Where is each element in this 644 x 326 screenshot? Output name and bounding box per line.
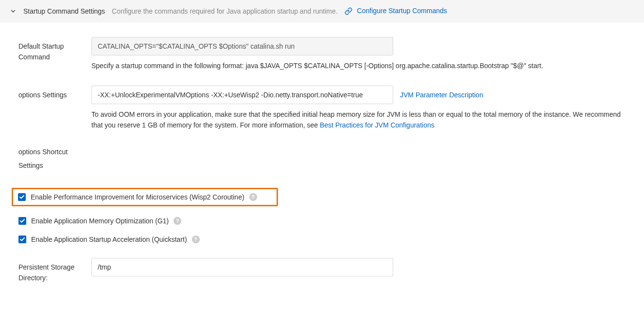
options-settings-label: options Settings xyxy=(18,86,91,100)
options-shortcut-row: options Shortcut Settings xyxy=(18,145,626,172)
quickstart-checkbox[interactable] xyxy=(18,235,26,243)
quickstart-checkbox-label[interactable]: Enable Application Startup Acceleration … xyxy=(31,235,187,243)
form-content: Default Startup Command Specify a startu… xyxy=(0,22,644,298)
persistent-storage-label: Persistent Storage Directory: xyxy=(18,258,91,283)
section-subtitle: Configure the commands required for Java… xyxy=(112,7,338,15)
help-icon[interactable]: ? xyxy=(249,193,257,201)
wisp2-highlight-box: Enable Performance Improvement for Micro… xyxy=(12,188,278,206)
help-icon[interactable]: ? xyxy=(192,235,200,243)
options-settings-hint: To avoid OOM errors in your application,… xyxy=(91,109,621,130)
g1-row: Enable Application Memory Optimization (… xyxy=(18,217,626,225)
options-shortcut-label: options Shortcut Settings xyxy=(18,145,91,172)
wisp2-checkbox[interactable] xyxy=(18,193,26,201)
options-settings-row: options Settings JVM Parameter Descripti… xyxy=(18,86,626,130)
link-icon xyxy=(345,7,352,15)
section-title: Startup Command Settings xyxy=(23,7,105,15)
help-icon[interactable]: ? xyxy=(174,217,181,225)
configure-startup-link[interactable]: Configure Startup Commands xyxy=(345,7,447,15)
options-settings-input[interactable] xyxy=(91,86,393,104)
persistent-storage-input[interactable] xyxy=(91,258,393,276)
best-practices-link[interactable]: Best Practices for JVM Configurations xyxy=(320,121,435,129)
g1-checkbox[interactable] xyxy=(18,217,26,225)
default-startup-row: Default Startup Command Specify a startu… xyxy=(18,37,626,71)
g1-checkbox-label[interactable]: Enable Application Memory Optimization (… xyxy=(31,217,169,225)
configure-startup-link-text: Configure Startup Commands xyxy=(357,7,447,15)
default-startup-hint: Specify a startup command in the followi… xyxy=(91,60,621,71)
section-header: Startup Command Settings Configure the c… xyxy=(0,0,644,22)
default-startup-label: Default Startup Command xyxy=(18,37,91,62)
jvm-param-link[interactable]: JVM Parameter Description xyxy=(400,91,483,99)
persistent-storage-row: Persistent Storage Directory: xyxy=(18,258,626,283)
chevron-down-icon[interactable] xyxy=(10,8,17,15)
default-startup-input[interactable] xyxy=(91,37,393,55)
wisp2-checkbox-label[interactable]: Enable Performance Improvement for Micro… xyxy=(31,193,244,201)
quickstart-row: Enable Application Startup Acceleration … xyxy=(18,235,626,243)
